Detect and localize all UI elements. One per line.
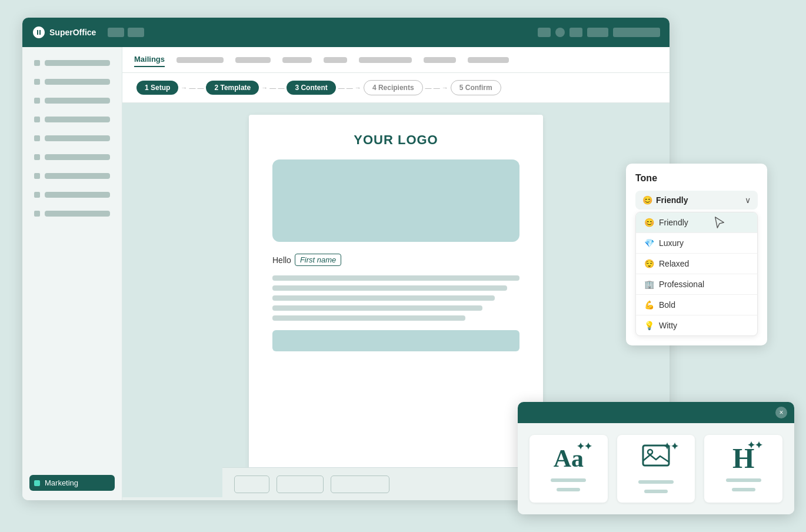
step-template-label: 2 Template xyxy=(214,84,251,92)
tone-emoji-relaxed: 😌 xyxy=(644,259,654,268)
step-arrow-3: — — → xyxy=(338,84,361,91)
sidebar-item-3[interactable] xyxy=(29,94,115,107)
ai-tools-close-button[interactable]: × xyxy=(775,407,787,418)
tone-selected-text: Friendly xyxy=(656,195,688,205)
nav-ph-7 xyxy=(468,57,509,63)
tb-long xyxy=(613,28,660,37)
wizard-bar: 1 Setup → — — 2 Template → — — 3 Content… xyxy=(122,73,670,103)
email-cta-button xyxy=(272,330,519,351)
tone-option-luxury[interactable]: 💎 Luxury xyxy=(636,233,757,254)
bottom-btn-1[interactable] xyxy=(234,476,269,493)
logo-text: SuperOffice xyxy=(49,28,96,37)
step-recipients[interactable]: 4 Recipients xyxy=(364,80,423,95)
ai-tool-text-icon: Aa ✦✦ xyxy=(554,444,584,473)
sidebar-label-6 xyxy=(45,154,110,160)
email-line-4 xyxy=(272,305,482,311)
ai-tool-card-text[interactable]: Aa ✦✦ xyxy=(529,435,608,503)
sidebar-label-4 xyxy=(45,117,110,122)
ai-tool-image-bar xyxy=(638,480,674,484)
sidebar-label-1 xyxy=(45,60,110,66)
step-content[interactable]: 3 Content xyxy=(287,81,335,95)
sidebar-dot-2 xyxy=(34,79,40,85)
tone-label-luxury: Luxury xyxy=(659,238,684,248)
nav-ph-4 xyxy=(324,57,347,63)
email-greeting-text: Hello xyxy=(272,255,291,265)
tone-option-friendly[interactable]: 😊 Friendly xyxy=(636,212,757,233)
sparkle-text-icon: ✦✦ xyxy=(577,441,592,452)
tone-option-witty[interactable]: 💡 Witty xyxy=(636,315,757,335)
tone-emoji-witty: 💡 xyxy=(644,321,654,330)
ai-tools-panel: × Aa ✦✦ ✦✦ xyxy=(518,402,794,514)
sidebar-item-5[interactable] xyxy=(29,132,115,145)
email-logo: YOUR LOGO xyxy=(272,132,519,148)
window-control-2[interactable] xyxy=(128,28,144,37)
step-setup[interactable]: 1 Setup xyxy=(136,81,178,95)
sparkle-image-icon: ✦✦ xyxy=(663,441,678,452)
email-line-2 xyxy=(272,285,507,291)
wizard-step-1: 1 Setup xyxy=(136,81,178,95)
email-line-1 xyxy=(272,275,519,281)
tb-sq-2 xyxy=(569,28,582,37)
tone-option-bold[interactable]: 💪 Bold xyxy=(636,295,757,315)
tone-option-professional[interactable]: 🏢 Professional xyxy=(636,274,757,295)
sidebar-item-9[interactable] xyxy=(29,207,115,220)
ai-tool-text-bar-2 xyxy=(557,488,580,491)
tone-emoji-bold: 💪 xyxy=(644,300,654,310)
close-icon: × xyxy=(779,408,783,417)
sidebar-marketing-label: Marketing xyxy=(45,478,78,487)
sidebar-item-1[interactable] xyxy=(29,56,115,69)
sidebar-item-7[interactable] xyxy=(29,169,115,182)
tone-label-professional: Professional xyxy=(659,280,704,289)
tone-label-witty: Witty xyxy=(659,321,677,330)
ai-tool-image-icon: ✦✦ xyxy=(642,444,670,474)
window-control-1[interactable] xyxy=(108,28,124,37)
tone-title: Tone xyxy=(635,173,758,184)
tone-option-relaxed[interactable]: 😌 Relaxed xyxy=(636,254,757,274)
tone-chevron-icon: ∨ xyxy=(745,195,751,205)
sidebar-item-8[interactable] xyxy=(29,188,115,201)
tone-selected-label: 😊 Friendly xyxy=(642,195,688,205)
wizard-step-2: 2 Template xyxy=(206,81,259,95)
sidebar-label-2 xyxy=(45,79,110,85)
sparkle-heading-icon: ✦✦ xyxy=(747,441,762,450)
ai-tool-card-heading[interactable]: H ✦✦ xyxy=(704,435,782,503)
step-template[interactable]: 2 Template xyxy=(206,81,259,95)
email-firstname-tag[interactable]: First name xyxy=(295,254,341,266)
step-confirm[interactable]: 5 Confirm xyxy=(451,80,501,95)
step-recipients-label: 4 Recipients xyxy=(372,84,414,92)
title-bar-controls xyxy=(108,28,144,37)
nav-ph-5 xyxy=(359,57,412,63)
tb-sq-1 xyxy=(538,28,551,37)
ai-tool-heading-bar xyxy=(726,478,761,482)
ai-tool-heading-bar-2 xyxy=(732,488,755,491)
ai-tools-header: × xyxy=(518,402,794,423)
nav-ph-3 xyxy=(282,57,312,63)
wizard-step-4: 4 Recipients xyxy=(364,80,423,95)
sidebar-item-4[interactable] xyxy=(29,113,115,126)
ai-tool-heading-icon: H ✦✦ xyxy=(732,444,754,473)
tone-label-friendly: Friendly xyxy=(659,218,688,227)
sidebar: Marketing xyxy=(22,47,122,500)
sidebar-dot-marketing xyxy=(34,480,40,486)
bottom-btn-2[interactable] xyxy=(277,476,324,493)
ai-tool-card-image[interactable]: ✦✦ xyxy=(617,435,695,503)
sidebar-item-6[interactable] xyxy=(29,151,115,164)
step-setup-label: 1 Setup xyxy=(145,84,170,92)
tone-dropdown-list: 😊 Friendly 💎 Luxury 😌 Relaxed 🏢 Professi… xyxy=(635,212,758,336)
cursor-icon xyxy=(713,216,726,229)
sidebar-dot-6 xyxy=(34,154,40,160)
tone-selected-row[interactable]: 😊 Friendly ∨ xyxy=(635,191,758,210)
sidebar-label-3 xyxy=(45,98,110,104)
tab-mailings[interactable]: Mailings xyxy=(134,52,165,67)
step-arrow-1: → — — xyxy=(181,84,204,91)
tone-emoji-luxury: 💎 xyxy=(644,238,654,248)
sidebar-item-2[interactable] xyxy=(29,75,115,88)
wizard-step-5: 5 Confirm xyxy=(451,80,501,95)
sidebar-item-marketing[interactable]: Marketing xyxy=(29,475,115,491)
step-content-label: 3 Content xyxy=(295,84,327,92)
wizard-step-3: 3 Content xyxy=(287,81,335,95)
sidebar-label-8 xyxy=(45,192,110,198)
sidebar-dot-8 xyxy=(34,192,40,198)
step-arrow-2: → — — xyxy=(261,84,284,91)
bottom-btn-3[interactable] xyxy=(331,476,389,493)
